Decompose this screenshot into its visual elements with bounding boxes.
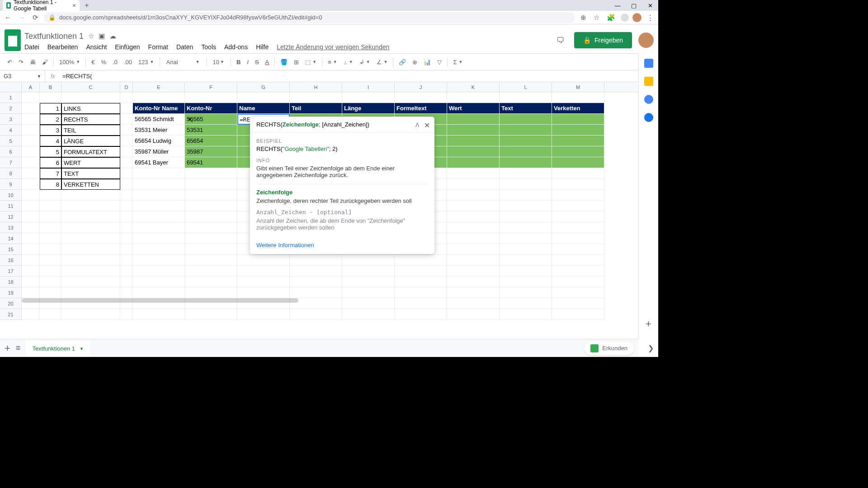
row-header[interactable]: 11	[0, 201, 21, 211]
cell[interactable]	[185, 222, 237, 233]
move-icon[interactable]: ▣	[99, 32, 105, 40]
more-formats-select[interactable]: 123▼	[136, 57, 157, 67]
cell[interactable]	[120, 146, 133, 157]
cell[interactable]	[120, 136, 133, 146]
cell[interactable]	[500, 201, 552, 211]
col-header[interactable]: F	[185, 82, 237, 92]
cell[interactable]	[185, 190, 237, 201]
cell[interactable]	[290, 92, 342, 103]
col-header[interactable]: B	[40, 82, 61, 92]
cell[interactable]	[395, 92, 447, 103]
cell[interactable]	[552, 233, 604, 244]
row-header[interactable]: 3	[0, 114, 21, 125]
font-select[interactable]: Arial▼	[163, 59, 203, 66]
cell[interactable]	[500, 277, 552, 287]
cell[interactable]	[447, 190, 500, 201]
cell[interactable]	[61, 266, 120, 277]
cell[interactable]	[40, 244, 61, 255]
cell[interactable]	[500, 287, 552, 298]
cell[interactable]	[290, 255, 342, 266]
cell[interactable]	[552, 277, 604, 287]
cell[interactable]	[120, 190, 133, 201]
cell[interactable]	[120, 287, 133, 298]
cell[interactable]	[500, 114, 552, 125]
cell[interactable]	[290, 277, 342, 287]
col-header[interactable]: A	[22, 82, 40, 92]
cell[interactable]	[500, 125, 552, 136]
cell[interactable]: 35987	[185, 146, 237, 157]
cell[interactable]	[552, 298, 604, 309]
cell[interactable]	[133, 244, 185, 255]
cell[interactable]	[133, 211, 185, 222]
cell[interactable]	[500, 309, 552, 320]
cell[interactable]	[447, 114, 500, 125]
cell[interactable]	[447, 244, 500, 255]
cell[interactable]: 65654	[185, 136, 237, 146]
cell[interactable]	[552, 266, 604, 277]
cell[interactable]	[61, 233, 120, 244]
borders-icon[interactable]: ⊞	[291, 57, 302, 67]
font-size-select[interactable]: 10▼	[209, 59, 228, 66]
cell[interactable]	[500, 179, 552, 190]
cell[interactable]	[185, 277, 237, 287]
cell[interactable]	[61, 277, 120, 287]
cell[interactable]	[290, 287, 342, 298]
cell[interactable]: 53531	[185, 125, 237, 136]
cell[interactable]	[185, 211, 237, 222]
col-header[interactable]: J	[395, 82, 447, 92]
cell[interactable]	[447, 277, 500, 287]
cloud-status-icon[interactable]: ☁	[109, 32, 116, 40]
cell[interactable]	[237, 255, 290, 266]
reload-icon[interactable]: ⟳	[31, 14, 40, 22]
cell[interactable]: LINKS	[61, 103, 120, 114]
cell[interactable]: 2	[40, 114, 61, 125]
extension-icon[interactable]	[621, 14, 629, 22]
cell[interactable]	[22, 136, 40, 146]
zoom-indicator-icon[interactable]: ⊕	[579, 14, 588, 22]
cell[interactable]	[133, 277, 185, 287]
browser-tab[interactable]: Textfunktionen 1 - Google Tabell ×	[3, 0, 80, 11]
name-box[interactable]: G3 ▼	[0, 70, 45, 82]
cell[interactable]	[447, 146, 500, 157]
bookmark-icon[interactable]: ☆	[592, 14, 601, 22]
cell[interactable]: Formeltext	[395, 103, 447, 114]
cell[interactable]: 8	[40, 179, 61, 190]
row-header[interactable]: 18	[0, 277, 21, 287]
col-header[interactable]: C	[61, 82, 120, 92]
cell[interactable]	[447, 211, 500, 222]
cell[interactable]	[120, 168, 133, 179]
cell[interactable]: 4	[40, 136, 61, 146]
col-header[interactable]: I	[342, 82, 395, 92]
sheet-tab[interactable]: Textfunktionen 1 ▼	[26, 341, 90, 356]
italic-icon[interactable]: I	[244, 57, 251, 67]
row-header[interactable]: 12	[0, 211, 21, 222]
explore-button[interactable]: Erkunden	[584, 342, 634, 355]
forward-icon[interactable]: →	[17, 14, 27, 21]
cell[interactable]: 3	[40, 125, 61, 136]
cell[interactable]	[342, 92, 395, 103]
cell[interactable]	[447, 92, 500, 103]
menu-daten[interactable]: Daten	[176, 43, 193, 51]
cell[interactable]	[237, 287, 290, 298]
cell[interactable]	[500, 298, 552, 309]
formula-input[interactable]: =RECHTS(	[61, 73, 94, 80]
cell[interactable]: Konto-Nr	[185, 103, 237, 114]
cell[interactable]	[552, 136, 604, 146]
row-header[interactable]: 2	[0, 103, 21, 114]
menu-bearbeiten[interactable]: Bearbeiten	[47, 43, 78, 51]
row-header[interactable]: 7	[0, 157, 21, 168]
row-header[interactable]: 21	[0, 309, 21, 320]
cell[interactable]	[395, 266, 447, 277]
tasks-icon[interactable]	[644, 95, 653, 104]
cell[interactable]	[40, 201, 61, 211]
cell[interactable]	[342, 277, 395, 287]
cell[interactable]	[500, 233, 552, 244]
row-header[interactable]: 17	[0, 266, 21, 277]
cell[interactable]	[120, 201, 133, 211]
cell[interactable]	[185, 92, 237, 103]
cell[interactable]	[342, 309, 395, 320]
account-avatar-icon[interactable]	[638, 33, 654, 48]
cell[interactable]	[185, 309, 237, 320]
cell[interactable]	[500, 190, 552, 201]
share-button[interactable]: 🔒 Freigeben	[574, 32, 632, 48]
